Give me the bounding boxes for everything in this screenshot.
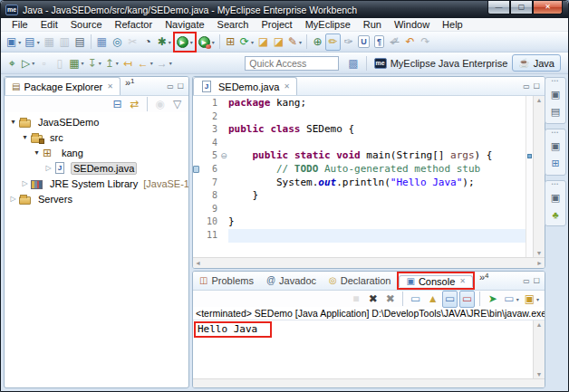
coverage-grid-button[interactable]: ⊞ <box>223 33 238 51</box>
console-horizontal-scrollbar[interactable] <box>193 378 545 387</box>
clear-console-button[interactable]: ▭ <box>408 291 423 308</box>
scroll-down-icon[interactable]: ▼ <box>536 250 543 256</box>
scroll-up-icon[interactable]: ▲ <box>536 321 543 328</box>
tree-item-sedemo-java[interactable]: ▷JSEDemo.java <box>5 160 188 176</box>
tab-console[interactable]: ▣Console✕ <box>399 275 473 287</box>
maximize-view-icon[interactable]: ☐ <box>534 277 540 285</box>
paragraph-mark-button[interactable]: ¶ <box>371 33 387 51</box>
restore-pane-3-icon[interactable]: ▣ <box>551 192 560 204</box>
menu-project[interactable]: Project <box>255 19 298 30</box>
new-class-button[interactable]: ◎ <box>110 33 125 51</box>
collapsed-arrow-icon[interactable]: ▷ <box>8 195 18 203</box>
maximize-view-icon[interactable]: ☐ <box>178 82 184 91</box>
open-file-button[interactable]: ◪ <box>256 33 271 51</box>
perspective-java-button[interactable]: ☕ Java <box>512 54 561 72</box>
outline-view-icon[interactable]: ⊞ <box>551 158 559 169</box>
code-line-2[interactable]: 2 <box>193 110 526 124</box>
scroll-right-icon[interactable]: ► <box>536 260 543 266</box>
refresh-button[interactable]: ⟳▾ <box>238 33 256 51</box>
show-stderr-button[interactable]: ▭ <box>459 291 475 308</box>
run-as-button[interactable]: ▷▾ <box>20 54 36 72</box>
code-area[interactable]: 1package kang;23public class SEDemo {45⊖… <box>193 96 526 257</box>
remove-all-terminated-button[interactable]: ✖ <box>382 291 398 308</box>
pin-console-button[interactable]: ➤ <box>485 291 500 308</box>
restore-pane-1-icon[interactable]: ▣ <box>551 89 560 100</box>
underline-button[interactable]: U <box>356 33 371 51</box>
print-button[interactable]: ▤ <box>72 33 88 51</box>
scroll-left-icon[interactable]: ◄ <box>195 260 201 266</box>
redo-highlight-button[interactable]: ↷ <box>418 33 433 51</box>
forward-history-button[interactable]: →▾ <box>155 54 174 72</box>
tab-overflow-indicator[interactable]: »4 <box>475 272 494 290</box>
close-icon[interactable]: ✕ <box>107 82 113 91</box>
paintbrush-button[interactable]: ✎▾ <box>286 33 304 51</box>
tab-problems[interactable]: ◫Problems <box>193 272 260 290</box>
minimize-view-icon[interactable]: ▭ <box>523 277 530 285</box>
code-line-8[interactable]: 8 } <box>193 189 526 203</box>
quick-access-input[interactable] <box>245 56 339 71</box>
display-selected-console-button[interactable]: ▭▾ <box>502 291 520 308</box>
scroll-lock-button[interactable]: ▲ <box>425 291 440 308</box>
zoom-in-button[interactable]: ⊕ <box>310 33 325 51</box>
history-button[interactable]: ◔ <box>140 33 156 51</box>
menu-edit[interactable]: Edit <box>34 19 64 30</box>
new-button[interactable]: ▣▾ <box>5 33 23 51</box>
fold-marker-icon[interactable]: ⊖ <box>219 149 228 163</box>
expanded-arrow-icon[interactable]: ▾ <box>8 118 18 126</box>
perspective-myeclipse-button[interactable]: me MyEclipse Java Enterprise <box>374 58 508 69</box>
link-with-editor-button[interactable]: ⇄ <box>127 96 142 113</box>
minimize-view-icon[interactable]: ▭ <box>167 82 174 91</box>
scroll-up-icon[interactable]: ▲ <box>536 97 543 103</box>
menu-file[interactable]: File <box>5 19 34 30</box>
tab-sedemo-java[interactable]: J SEDemo.java ✕ <box>193 77 297 95</box>
drag-handle-icon[interactable]: ••• <box>552 79 559 83</box>
maximize-view-icon[interactable]: ☐ <box>534 82 540 91</box>
tab-declaration[interactable]: ◎Declaration <box>323 272 397 290</box>
code-line-1[interactable]: 1package kang; <box>193 97 526 110</box>
snippets-view-icon[interactable]: ▤ <box>551 106 560 118</box>
menu-refactor[interactable]: Refactor <box>109 19 159 30</box>
new-java-project-button[interactable]: ▦ <box>94 33 110 51</box>
code-line-4[interactable]: 4 <box>193 137 526 150</box>
tree-item-javasedemo[interactable]: ▾JavaSEDemo <box>5 114 188 129</box>
menu-window[interactable]: Window <box>388 19 436 30</box>
close-icon[interactable]: ✕ <box>284 82 290 91</box>
open-folder-button[interactable]: ◪ <box>271 33 286 51</box>
last-edit-location-button[interactable]: ↤ <box>121 54 136 72</box>
close-button[interactable]: ✕ <box>533 1 563 14</box>
editor-horizontal-scrollbar[interactable]: ◄ ► <box>193 257 545 268</box>
run-button[interactable]: ▶▾ <box>175 33 195 51</box>
collapsed-arrow-icon[interactable]: ▷ <box>20 179 30 187</box>
editor-body[interactable]: 1package kang;23public class SEDemo {45⊖… <box>193 96 545 268</box>
open-perspective-icon[interactable]: ▩ <box>348 58 358 69</box>
new-wizard-button[interactable]: ▤▾ <box>23 33 41 51</box>
view-menu-button[interactable]: ▽ <box>169 96 185 113</box>
minimize-button[interactable]: — <box>487 1 510 14</box>
tab-javadoc[interactable]: @Javadoc <box>260 272 323 290</box>
tree-item-jre-system-library[interactable]: ▷JRE System Library[JavaSE-1.8] <box>5 176 188 191</box>
code-line-11[interactable]: 11 <box>193 229 526 243</box>
close-icon[interactable]: ✕ <box>459 277 466 285</box>
show-stdout-button[interactable]: ▭ <box>442 291 458 308</box>
tree-item-servers[interactable]: ▷Servers <box>5 191 188 206</box>
tab-package-explorer[interactable]: ▤ Package Explorer ✕ <box>5 77 121 95</box>
code-line-5[interactable]: 5⊖ public static void main(String[] args… <box>193 149 526 163</box>
code-line-7[interactable]: 7 System.out.println("Hello Java"); <box>193 177 526 190</box>
code-line-3[interactable]: 3public class SEDemo { <box>193 123 526 137</box>
collapse-all-button[interactable]: ⊟ <box>110 96 125 113</box>
drag-handle-icon[interactable]: ••• <box>552 182 559 186</box>
tree-item-kang[interactable]: ▾⊞kang <box>5 145 188 160</box>
menu-search[interactable]: Search <box>211 19 256 30</box>
menu-navigate[interactable]: Navigate <box>159 19 210 30</box>
back-history-button[interactable]: ←▾ <box>136 54 155 72</box>
menu-run[interactable]: Run <box>357 19 388 30</box>
no-edit-button[interactable]: ✐ <box>387 33 402 51</box>
menu-help[interactable]: Help <box>436 19 469 30</box>
restore-pane-2-icon[interactable]: ▣ <box>551 140 560 152</box>
menu-source[interactable]: Source <box>64 19 109 30</box>
prev-annotation-button[interactable]: ↥▾ <box>103 54 121 72</box>
remove-launch-button[interactable]: ✖ <box>365 291 381 308</box>
expanded-arrow-icon[interactable]: ▾ <box>20 133 30 141</box>
code-line-6[interactable]: 6 // TODO Auto-generated method stub <box>193 163 526 177</box>
open-console-button[interactable]: ▣▾ <box>523 291 541 308</box>
